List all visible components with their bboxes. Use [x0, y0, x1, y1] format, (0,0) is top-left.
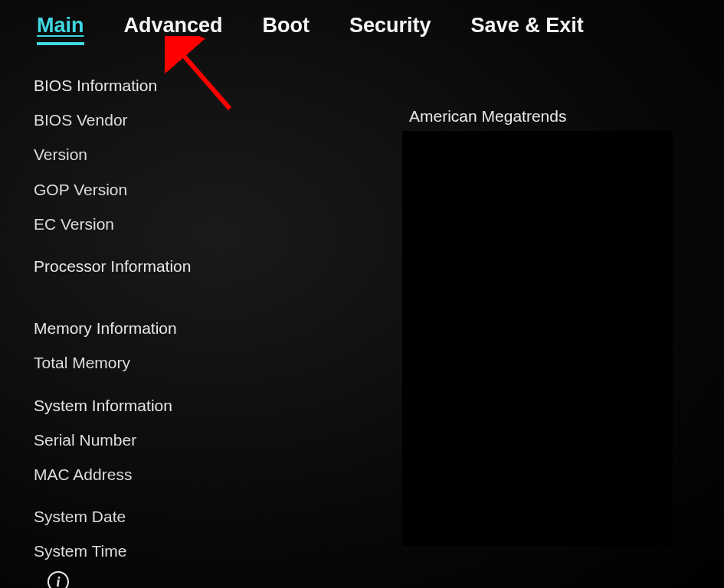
- label-version: Version: [34, 145, 409, 164]
- value-bios-vendor: American Megatrends: [409, 106, 566, 126]
- label-bios-vendor: BIOS Vendor: [34, 110, 409, 129]
- label-memory-information: Memory Information: [34, 318, 409, 338]
- label-processor-information: Processor Information: [34, 256, 409, 276]
- label-system-date[interactable]: System Date: [34, 507, 409, 526]
- tab-save-exit[interactable]: Save & Exit: [471, 14, 584, 42]
- labels-column: BIOS Information BIOS Vendor Version GOP…: [34, 76, 409, 576]
- label-bios-information: BIOS Information: [34, 76, 409, 95]
- label-gop-version: GOP Version: [34, 180, 409, 199]
- redacted-block: [402, 131, 673, 546]
- label-mac-address: MAC Address: [34, 465, 409, 484]
- label-serial-number: Serial Number: [34, 430, 409, 449]
- label-system-information: System Information: [34, 396, 409, 415]
- label-total-memory: Total Memory: [34, 353, 409, 372]
- tab-security[interactable]: Security: [349, 14, 431, 42]
- info-icon[interactable]: [48, 571, 69, 588]
- tab-bar: Main Advanced Boot Security Save & Exit: [0, 0, 724, 45]
- label-system-time[interactable]: System Time: [34, 541, 409, 560]
- tab-advanced[interactable]: Advanced: [124, 14, 223, 42]
- tab-boot[interactable]: Boot: [263, 14, 310, 42]
- label-ec-version: EC Version: [34, 214, 409, 234]
- tab-main[interactable]: Main: [37, 14, 84, 45]
